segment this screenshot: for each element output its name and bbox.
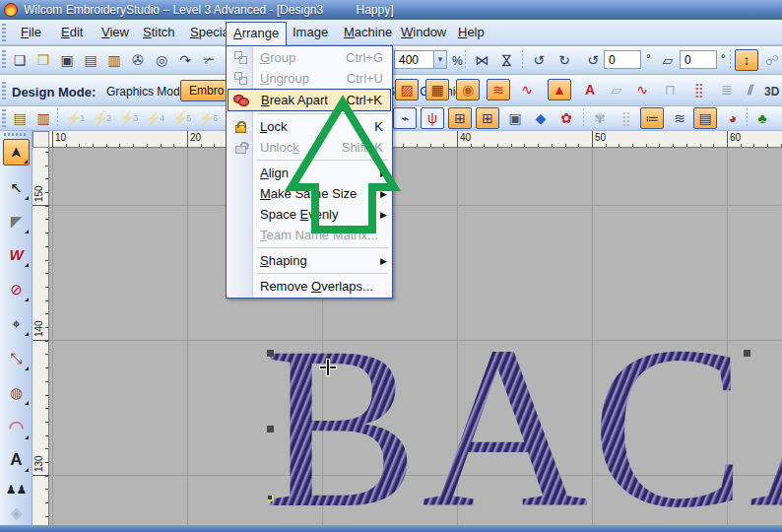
stitch-colors-button[interactable]: ▥ [32,107,55,129]
write-to-machine-icon: ▤ [84,52,97,68]
hotkey-3-button[interactable]: ⚡3 [116,107,140,129]
select-tool-button[interactable]: ➤ [3,139,30,166]
arc-tool-button[interactable]: ◠ [3,414,30,440]
print-button[interactable]: ✇ [126,49,150,71]
menu-item-align[interactable]: Align ▶ [228,163,391,183]
contour-button[interactable]: ≣ [715,79,739,100]
hotkey-6-button[interactable]: ⚡6 [196,107,220,129]
nesting-button[interactable]: ♣ [750,107,774,129]
dot-grid-button[interactable]: ⣿ [615,107,638,129]
menu-arrange[interactable]: Arrange [226,22,287,45]
menu-item-group[interactable]: Group Ctrl+G [228,47,391,68]
mirror-horizontal-button[interactable]: ⋈ [470,49,493,71]
hotkey-2-button[interactable]: ⚡2 [90,107,113,129]
threed-button[interactable]: 3D [764,85,779,99]
tatami-fill-button[interactable]: ▦ [425,79,449,100]
design-properties-button[interactable]: ▤ [693,107,717,129]
zoom-dropdown-arrow-icon[interactable]: ▼ [433,51,446,68]
rotate-angle-input[interactable]: 0 [604,50,641,69]
polygon-tool-button[interactable]: ⌖ [3,310,30,337]
menu-item-remove-overlaps[interactable]: Remove Overlaps... [228,276,391,297]
cross-hatch-button[interactable]: ⫽ [739,79,762,100]
hotkey-1-button[interactable]: ⚡1 [63,107,87,129]
knife-tool-button[interactable]: ◤ [3,208,30,234]
reshape-tool-button[interactable]: ↖ [3,174,30,201]
machine-view-button[interactable]: ✿ [554,107,578,129]
menu-window[interactable]: Window [394,22,453,43]
box-digitize-tool-button[interactable]: ⊘ [3,276,30,302]
square-wave-button[interactable]: ⊓ [658,79,682,100]
mirror-vertical-button[interactable]: ⋈ [495,49,519,71]
ruler-label: 10 [55,132,66,143]
design-view-button[interactable]: ◆ [529,107,553,129]
export-button[interactable]: ↷ [173,49,197,71]
flower-button[interactable]: ✾ [588,107,612,129]
fancy-fill-button[interactable]: ≋ [487,79,510,100]
hotkey-4-button[interactable]: ⚡4 [143,107,166,129]
menu-machine[interactable]: Machine [337,22,399,43]
richelieu-button[interactable]: A [578,79,602,100]
menu-stitch[interactable]: Stitch [136,22,182,43]
ellipse-tool-button[interactable]: ◍ [3,379,30,406]
measure-tool-button[interactable]: ⤡ [3,345,30,371]
color-film-button[interactable]: ≔ [640,107,664,129]
show-grid-button[interactable]: ⊞ [448,107,472,129]
embroidery-mode-button[interactable]: Embro [180,80,227,101]
rotate-cw-button[interactable]: ↻ [553,49,576,71]
selection-handle[interactable] [267,350,274,357]
selection-handle[interactable] [744,350,750,357]
menu-file[interactable]: File [14,22,48,43]
menu-item-team-name-matrix[interactable]: Team Name Matrix... [228,225,391,245]
hotkey-5-button[interactable]: ⚡5 [169,107,193,129]
team-names-tool-button[interactable]: ♟♟ [3,476,30,502]
auto-scroll-button[interactable]: ↕ [735,49,758,71]
background-button[interactable]: ▣ [503,107,527,129]
menu-item-ungroup[interactable]: Ungroup Ctrl+U [228,68,391,89]
write-to-machine-button[interactable]: ▤ [79,49,102,71]
stitch-select-button[interactable]: ⌁ [393,107,417,129]
menu-edit[interactable]: Edit [54,22,90,43]
design-canvas[interactable]: BACA [49,148,782,525]
embroidery-lettering-object[interactable]: BACA [264,312,782,525]
open-design-button[interactable]: ❐ [32,49,55,71]
lettering-tool-button[interactable]: A [3,446,30,473]
menu-image[interactable]: Image [286,22,335,43]
needle-points-button[interactable]: ψ [421,107,444,129]
flyout-indicator [25,401,29,405]
new-design-button[interactable]: ❏ [8,49,32,71]
skew-angle-input[interactable]: 0 [680,50,717,69]
rotate-angle-button[interactable]: ↺ [581,49,605,71]
menu-item-space-evenly[interactable]: Space Evenly ▶ [228,204,391,225]
save-design-button[interactable]: ▣ [55,49,79,71]
knife-button[interactable]: ✃ [197,49,221,71]
stipple-button[interactable]: ⣿ [687,79,711,100]
print-preview-button[interactable]: ◎ [150,49,173,71]
menu-help[interactable]: Help [451,22,491,43]
menu-item-make-same-size[interactable]: Make Same Size ▶ [228,183,391,204]
motif-fill-button[interactable]: ◉ [456,79,480,100]
satin-stitch-button[interactable]: ▨ [395,79,419,100]
read-from-machine-icon: ▥ [107,52,120,68]
overview-window-button[interactable]: ▤ [8,107,32,129]
ruler-corner-box[interactable] [33,131,49,148]
read-from-machine-button[interactable]: ▥ [102,49,126,71]
menu-item-unlock[interactable]: Unlock Shift+K [228,137,391,158]
rotate-ccw-button[interactable]: ↺ [527,49,551,71]
skew-button[interactable]: ▱ [656,49,680,71]
menu-item-lock[interactable]: Lock K [228,116,391,137]
lettering-art-tool-button[interactable]: W [3,241,30,268]
menu-item-break-apart[interactable]: Break Apart Ctrl+K [228,89,391,111]
menu-view[interactable]: View [95,22,136,43]
thread-colors-button[interactable]: ◕ [721,107,745,129]
monogram-tool-button[interactable]: ◈ [3,499,30,526]
menu-item-shaping[interactable]: Shaping ▶ [228,250,391,271]
ripple-button[interactable]: ▱ [605,79,628,100]
disabled-tool-button[interactable]: ☍ [760,49,782,71]
selection-handle[interactable] [267,426,274,432]
zoom-factor-combobox[interactable]: 400 ▼ [394,50,447,69]
curved-fill-button[interactable]: ∿ [515,79,539,100]
applique-button[interactable]: ▲ [548,79,571,100]
zigzag-button[interactable]: ∿ [630,79,654,100]
stitch-density-button[interactable]: ≋ [668,107,691,129]
snap-grid-button[interactable]: ⊞ [476,107,499,129]
